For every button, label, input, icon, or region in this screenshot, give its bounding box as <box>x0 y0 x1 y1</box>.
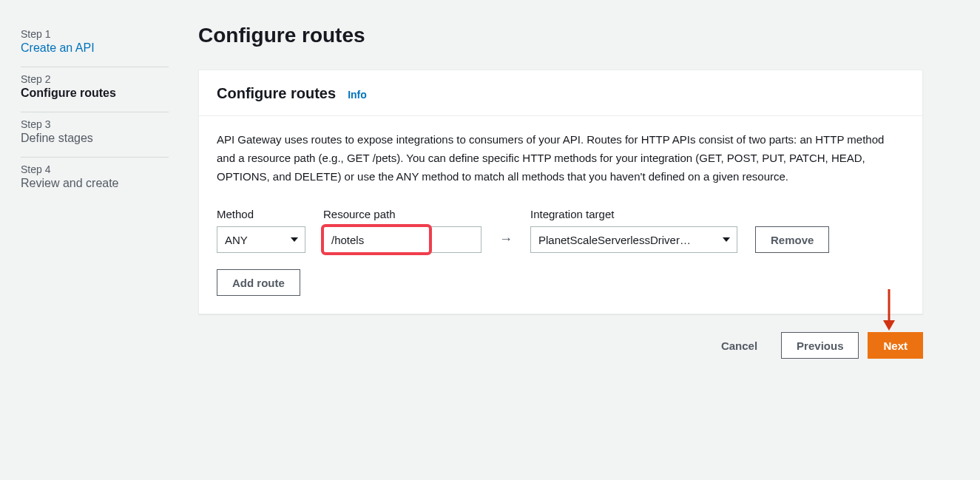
step-label: Step 1 <box>21 28 169 40</box>
route-row: Method ANY Resource path <box>217 208 905 253</box>
arrow-icon: → <box>499 231 513 253</box>
step-label: Step 3 <box>21 118 169 130</box>
step-label: Step 2 <box>21 73 169 85</box>
step-1[interactable]: Step 1 Create an API <box>21 22 169 67</box>
resource-path-label: Resource path <box>323 208 481 220</box>
method-field: Method ANY <box>217 208 305 253</box>
step-title: Configure routes <box>21 87 169 100</box>
integration-target-select[interactable]: PlanetScaleServerlessDriver… <box>530 226 737 253</box>
method-select-wrap[interactable]: ANY <box>217 226 305 253</box>
cancel-button[interactable]: Cancel <box>706 332 772 359</box>
step-4: Step 4 Review and create <box>21 158 169 202</box>
wizard-sidebar: Step 1 Create an API Step 2 Configure ro… <box>21 18 169 359</box>
panel-header: Configure routes Info <box>199 70 922 116</box>
integration-target-select-wrap[interactable]: PlanetScaleServerlessDriver… <box>530 226 737 253</box>
panel-body: API Gateway uses routes to expose integr… <box>199 116 922 314</box>
footer-actions: Cancel Previous Next <box>198 332 923 359</box>
next-button[interactable]: Next <box>868 332 923 359</box>
add-route-button[interactable]: Add route <box>217 269 300 296</box>
step-title[interactable]: Create an API <box>21 41 169 55</box>
previous-button[interactable]: Previous <box>781 332 859 359</box>
integration-target-label: Integration target <box>530 208 737 220</box>
svg-marker-1 <box>883 320 895 331</box>
page-title: Configure routes <box>198 24 923 47</box>
resource-path-input[interactable] <box>324 227 481 252</box>
remove-field: . Remove <box>755 208 829 253</box>
info-link[interactable]: Info <box>348 89 367 101</box>
remove-route-button[interactable]: Remove <box>755 226 829 253</box>
step-3: Step 3 Define stages <box>21 112 169 158</box>
resource-path-input-wrap[interactable] <box>323 226 481 253</box>
step-title: Review and create <box>21 177 169 190</box>
main-content: Configure routes Configure routes Info A… <box>198 18 923 359</box>
step-label: Step 4 <box>21 163 169 175</box>
step-title: Define stages <box>21 132 169 145</box>
integration-target-field: Integration target PlanetScaleServerless… <box>530 208 737 253</box>
method-label: Method <box>217 208 305 220</box>
resource-path-field: Resource path <box>323 208 481 253</box>
panel-heading: Configure routes <box>217 85 336 102</box>
panel-description: API Gateway uses routes to expose integr… <box>217 131 905 186</box>
method-select[interactable]: ANY <box>217 226 305 253</box>
configure-routes-panel: Configure routes Info API Gateway uses r… <box>198 70 923 314</box>
step-2: Step 2 Configure routes <box>21 67 169 112</box>
